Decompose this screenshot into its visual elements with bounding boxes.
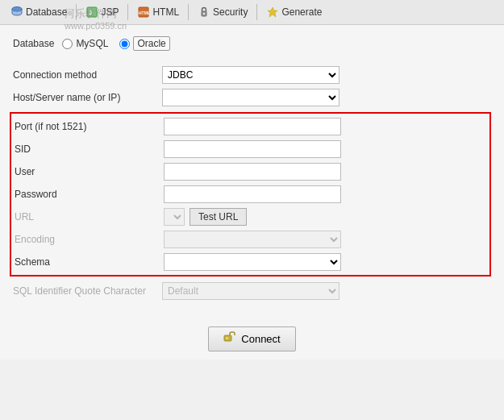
svg-text:HTML: HTML	[139, 10, 150, 15]
main-panel: Database MySQL Oracle Connection method …	[0, 25, 504, 360]
port-input[interactable]	[164, 118, 341, 135]
host-select[interactable]	[162, 89, 339, 106]
test-url-button[interactable]: Test URL	[190, 208, 247, 226]
host-label: Host/Server name (or IP)	[13, 92, 162, 103]
highlighted-fields: Port (if not 1521) SID User Password URL	[10, 112, 491, 277]
toolbar-security[interactable]: Security	[192, 2, 253, 22]
sid-input[interactable]	[164, 140, 341, 158]
toolbar-jsp[interactable]: J JSP	[80, 2, 124, 22]
url-controls: Test URL	[164, 208, 247, 226]
connect-icon	[223, 331, 236, 347]
url-row: URL Test URL	[15, 206, 486, 228]
oracle-radio-item: Oracle	[119, 36, 169, 51]
oracle-radio[interactable]	[119, 39, 130, 49]
toolbar-html[interactable]: HTML HTML	[131, 2, 185, 22]
db-type-label: Database	[13, 38, 54, 49]
divider3	[188, 4, 189, 20]
url-select	[164, 208, 185, 226]
password-row: Password	[15, 183, 486, 206]
jsp-icon: J	[85, 6, 98, 19]
host-row: Host/Server name (or IP)	[13, 86, 491, 109]
divider2	[127, 4, 128, 20]
toolbar-generate[interactable]: Generate	[260, 2, 327, 22]
connection-method-label: Connection method	[13, 69, 162, 81]
schema-select[interactable]	[164, 253, 341, 271]
encoding-row: Encoding	[15, 228, 486, 251]
divider1	[76, 4, 77, 20]
user-row: User	[15, 160, 486, 183]
connect-button[interactable]: Connect	[208, 326, 295, 351]
connect-section: Connect	[13, 326, 491, 351]
svg-rect-8	[226, 337, 228, 339]
connect-label: Connect	[241, 333, 280, 345]
divider4	[256, 4, 257, 20]
url-label: URL	[15, 211, 164, 222]
db-type-row: Database MySQL Oracle	[13, 33, 491, 54]
svg-point-6	[203, 13, 205, 15]
database-icon	[10, 6, 23, 19]
radio-group: MySQL Oracle	[62, 36, 169, 51]
connection-method-row: Connection method JDBC	[13, 64, 491, 86]
sid-row: SID	[15, 138, 486, 160]
mysql-radio[interactable]	[62, 39, 73, 49]
sid-label: SID	[15, 143, 164, 155]
toolbar-database-label: Database	[26, 6, 67, 18]
password-label: Password	[15, 189, 164, 200]
toolbar-database[interactable]: Database	[5, 2, 73, 22]
sql-id-label: SQL Identifier Quote Character	[13, 285, 162, 297]
user-input[interactable]	[164, 163, 341, 181]
connection-method-select[interactable]: JDBC	[162, 66, 339, 84]
toolbar-html-label: HTML	[152, 6, 179, 18]
mysql-label: MySQL	[76, 38, 108, 49]
toolbar-security-label: Security	[213, 6, 248, 18]
toolbar-generate-label: Generate	[281, 6, 322, 18]
security-icon	[198, 6, 210, 19]
user-label: User	[15, 166, 164, 177]
sql-id-row: SQL Identifier Quote Character Default	[13, 280, 491, 302]
toolbar: Database J JSP HTML HTML	[0, 0, 504, 25]
encoding-select	[164, 231, 341, 248]
oracle-label: Oracle	[133, 36, 169, 51]
schema-row: Schema	[15, 251, 486, 273]
schema-label: Schema	[15, 256, 164, 268]
svg-text:J: J	[89, 10, 92, 15]
html-icon: HTML	[137, 6, 150, 19]
mysql-radio-item: MySQL	[62, 38, 108, 49]
port-row: Port (if not 1521)	[15, 115, 486, 138]
encoding-label: Encoding	[15, 234, 164, 245]
generate-icon	[266, 6, 279, 19]
password-input[interactable]	[164, 185, 341, 203]
toolbar-jsp-label: JSP	[101, 6, 119, 18]
sql-id-select: Default	[162, 282, 339, 300]
port-label: Port (if not 1521)	[15, 121, 164, 132]
